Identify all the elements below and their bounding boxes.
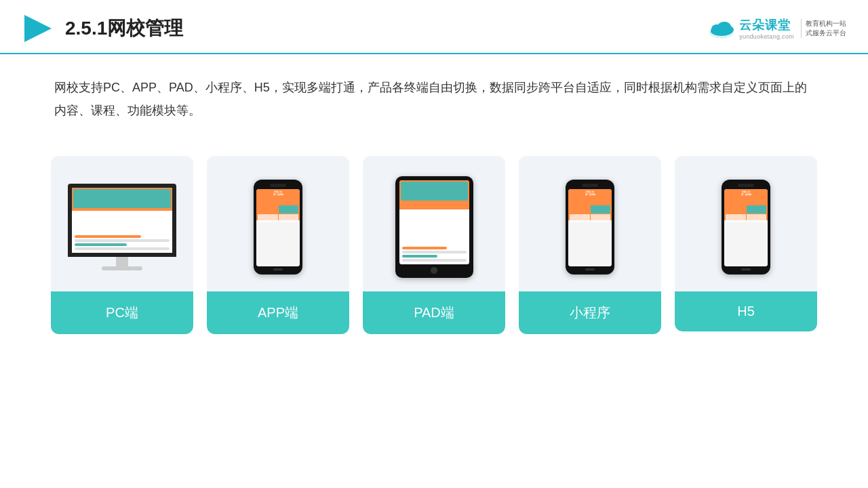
description-text: 网校支持PC、APP、PAD、小程序、H5，实现多端打通，产品各终端自由切换，数… (0, 54, 868, 136)
header-left: 2.5.1网校管理 (22, 12, 183, 45)
card-pc: PC端 (51, 156, 193, 334)
monitor-screen (68, 184, 176, 257)
card-app: 职通人的第一堂网课 APP端 (207, 156, 349, 334)
phone-home-app (273, 268, 283, 270)
card-miniapp-label: 小程序 (519, 291, 661, 334)
svg-point-7 (723, 26, 734, 34)
phone-home-miniapp (585, 268, 595, 270)
phone-mock-miniapp: 职通人的第一堂网课 (566, 180, 614, 274)
logo-tagline2: 式服务云平台 (806, 28, 846, 38)
phone-screen-h5: 职通人的第一堂网课 (724, 189, 768, 266)
logo-area: 云朵课堂 yunduoketang.com 教育机构一站 式服务云平台 (708, 17, 846, 40)
tablet-home-dot (431, 267, 437, 274)
pad-bar-1 (402, 247, 448, 249)
card-pc-label: PC端 (51, 291, 193, 334)
logo-name: 云朵课堂 (739, 17, 794, 33)
phone-notch-app (270, 184, 286, 187)
screen-bars (75, 235, 170, 250)
tablet-screen-pad (399, 180, 469, 264)
screen-bar-1 (75, 235, 141, 238)
mini-cell-4 (591, 214, 611, 222)
screen-bars-pad (402, 247, 467, 262)
card-h5: 职通人的第一堂网课 H5 (675, 156, 817, 331)
logo-url: yunduoketang.com (739, 33, 794, 40)
logo-tagline-group: 教育机构一站 式服务云平台 (801, 19, 846, 38)
phone-content-miniapp: 职通人的第一堂网课 (568, 189, 612, 266)
screen-bar-2 (75, 239, 170, 242)
phone-grid-h5 (726, 205, 766, 222)
phone-text-h5: 职通人的第一堂网课 (726, 191, 766, 196)
pad-bar-4 (402, 259, 467, 262)
monitor-base (102, 266, 142, 270)
h5-cell-3 (726, 214, 746, 222)
tablet-mock-pad (395, 176, 473, 278)
card-pad: PAD端 (363, 156, 505, 334)
card-miniapp: 职通人的第一堂网课 小程序 (519, 156, 661, 334)
phone-screen-app: 职通人的第一堂网课 (256, 189, 300, 266)
phone-content-app: 职通人的第一堂网课 (256, 189, 300, 266)
card-miniapp-image: 职通人的第一堂网课 (519, 156, 661, 291)
screen-content-pad (399, 180, 469, 264)
card-pad-image (363, 156, 505, 291)
card-app-label: APP端 (207, 291, 349, 334)
phone-text-miniapp: 职通人的第一堂网课 (570, 191, 610, 196)
logo-text-group: 云朵课堂 yunduoketang.com (739, 17, 794, 40)
pad-bar-2 (402, 251, 467, 253)
monitor-neck (116, 257, 128, 266)
phone-screen-miniapp: 职通人的第一堂网课 (568, 189, 612, 266)
cloud-logo-icon (708, 18, 735, 39)
logo-cloud: 云朵课堂 yunduoketang.com 教育机构一站 式服务云平台 (708, 17, 846, 40)
mini-cell-3 (570, 214, 590, 222)
description-content: 网校支持PC、APP、PAD、小程序、H5，实现多端打通，产品各终端自由切换，数… (54, 81, 807, 117)
h5-cell-4 (747, 214, 767, 222)
page-title: 2.5.1网校管理 (65, 16, 183, 41)
grid-cell-2 (279, 205, 299, 214)
header: 2.5.1网校管理 云朵课堂 yunduoketang.com 教育机构一站 式… (0, 0, 868, 54)
card-pc-image (51, 156, 193, 291)
phone-mock-h5: 职通人的第一堂网课 (722, 180, 770, 274)
mini-cell-2 (591, 205, 611, 214)
screen-content-pc (72, 188, 172, 253)
pad-bar-3 (402, 255, 437, 258)
grid-cell-1 (258, 205, 278, 214)
logo-tagline: 教育机构一站 (806, 19, 846, 28)
screen-bar-3 (75, 243, 127, 246)
mini-cell-1 (570, 205, 590, 214)
phone-grid-miniapp (570, 205, 610, 222)
cards-container: PC端 职通人的第一堂网课 (0, 142, 868, 334)
phone-home-h5 (741, 268, 751, 270)
phone-grid-app (258, 205, 298, 222)
play-icon (22, 12, 54, 45)
svg-marker-0 (24, 15, 52, 42)
h5-cell-2 (747, 205, 767, 214)
phone-notch-miniapp (582, 184, 598, 187)
card-app-image: 职通人的第一堂网课 (207, 156, 349, 291)
phone-mock-app: 职通人的第一堂网课 (254, 180, 302, 274)
screen-bar-4 (75, 247, 170, 250)
phone-notch-h5 (738, 184, 754, 187)
grid-cell-3 (258, 214, 278, 222)
card-h5-label: H5 (675, 291, 817, 331)
h5-cell-1 (726, 205, 746, 214)
pc-monitor-mock (68, 184, 176, 270)
phone-text-app: 职通人的第一堂网课 (258, 191, 298, 196)
grid-cell-4 (279, 214, 299, 222)
card-h5-image: 职通人的第一堂网课 (675, 156, 817, 291)
card-pad-label: PAD端 (363, 291, 505, 334)
phone-content-h5: 职通人的第一堂网课 (724, 189, 768, 266)
